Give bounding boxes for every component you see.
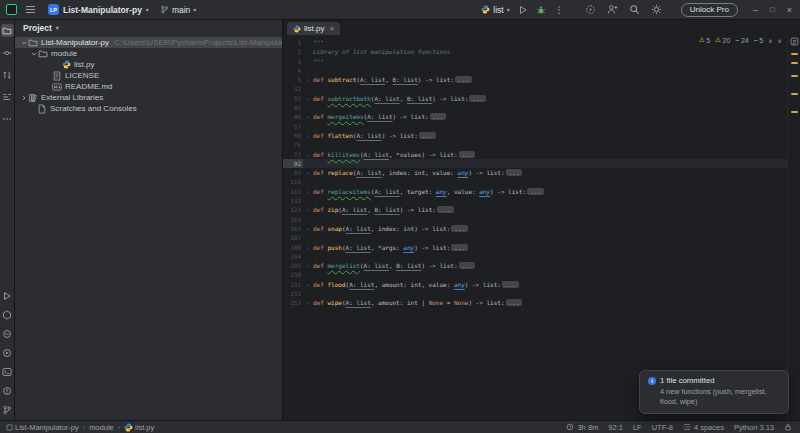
more-actions-button[interactable] — [554, 5, 564, 15]
inspection-typo-count[interactable]: ~5 — [754, 37, 764, 44]
code-line[interactable]: 164 — [283, 215, 787, 224]
chevron-down-icon[interactable] — [19, 39, 28, 47]
folded-region[interactable]: ... — [455, 76, 472, 83]
minimize-button[interactable]: – — [753, 5, 758, 15]
project-selector[interactable]: LP List-Manipulator-py ▾ — [44, 2, 153, 17]
activity-version-control-button[interactable] — [1, 403, 14, 416]
search-everywhere-icon[interactable] — [629, 4, 640, 15]
fold-arrow-icon[interactable]: › — [303, 131, 313, 140]
fold-arrow-icon[interactable]: › — [303, 112, 313, 121]
code-line[interactable]: 57 — [283, 122, 787, 131]
fold-arrow-icon[interactable]: › — [303, 261, 313, 270]
folded-region[interactable]: ... — [437, 206, 454, 213]
run-button[interactable] — [518, 5, 528, 15]
folded-region[interactable]: ... — [506, 299, 523, 306]
folded-region[interactable]: ... — [502, 281, 519, 288]
next-problem-button[interactable]: ∨ — [778, 37, 782, 44]
fold-arrow-icon[interactable]: › — [303, 168, 313, 177]
activity-terminal-button[interactable] — [1, 365, 14, 378]
code-line[interactable]: 45 — [283, 103, 787, 112]
code-line[interactable]: 188›def push(A: list, *args: any) -> lis… — [283, 243, 787, 252]
fold-arrow-icon[interactable]: › — [303, 280, 313, 289]
folded-region[interactable]: ... — [527, 188, 544, 195]
activity-problems-button[interactable] — [1, 384, 14, 397]
tree-item-module[interactable]: module — [15, 48, 282, 59]
activity-python-console-button[interactable] — [1, 327, 14, 340]
folded-region[interactable]: ... — [459, 151, 476, 158]
previous-problem-button[interactable]: ∧ — [768, 37, 772, 44]
activity-run-button[interactable] — [1, 289, 14, 302]
code-line[interactable]: 205›def mergelist(A: list, B: list) -> l… — [283, 261, 787, 270]
warning-tick[interactable] — [791, 62, 798, 64]
fold-arrow-icon[interactable]: › — [303, 150, 313, 159]
unlock-pro-button[interactable]: Unlock Pro — [681, 3, 738, 17]
inspection-typo-count[interactable]: ~24 — [735, 37, 748, 44]
code-line[interactable]: 77›def killitems(A: list, *values) -> li… — [283, 150, 787, 159]
code-line[interactable]: 32 — [283, 84, 787, 93]
close-button[interactable]: × — [787, 5, 792, 15]
inspection-settings-icon[interactable] — [790, 37, 799, 46]
folded-region[interactable]: ... — [451, 225, 468, 232]
tree-item-readme-md[interactable]: README.md — [15, 81, 282, 92]
activity-python-packages-button[interactable] — [1, 308, 14, 321]
chevron-down-icon[interactable] — [29, 50, 38, 58]
code-line[interactable]: 76 — [283, 140, 787, 149]
main-menu-button[interactable] — [24, 4, 37, 15]
breadcrumb-item[interactable]: List-Manipulator-py — [6, 423, 79, 432]
code-line[interactable]: 187 — [283, 233, 787, 242]
fold-arrow-icon[interactable]: › — [303, 298, 313, 307]
status-python-3.13[interactable]: Python 3.13 — [734, 423, 774, 432]
fold-arrow-icon[interactable]: › — [303, 94, 313, 103]
code-editor[interactable]: 1"""2Library of list manipulation functi… — [283, 35, 787, 420]
branch-selector[interactable]: main ▾ — [160, 5, 196, 15]
fold-arrow-icon[interactable]: › — [303, 75, 313, 84]
warning-tick[interactable] — [791, 93, 798, 95]
chevron-right-icon[interactable] — [19, 94, 28, 102]
code-line[interactable]: 110 — [283, 177, 787, 186]
folded-region[interactable]: ... — [451, 244, 468, 251]
inspection-warning-count[interactable]: ⚠20 — [715, 36, 730, 44]
folded-region[interactable]: ... — [419, 132, 436, 139]
code-line[interactable]: 5›def subtract(A: list, B: list) -> list… — [283, 75, 787, 84]
code-line[interactable]: 165›def snap(A: list, index: int) -> lis… — [283, 224, 787, 233]
status-4-spaces[interactable]: 4 spaces — [683, 423, 724, 432]
inspection-warning-count[interactable]: ⚠5 — [699, 36, 710, 44]
code-line[interactable]: 2Library of list manipulation functions — [283, 47, 787, 56]
settings-gear-icon[interactable] — [651, 4, 662, 15]
error-stripe[interactable] — [787, 35, 800, 420]
fold-arrow-icon[interactable]: › — [303, 205, 313, 214]
code-line[interactable]: 4 — [283, 66, 787, 75]
fold-arrow-icon[interactable]: › — [303, 224, 313, 233]
code-with-me-icon[interactable] — [607, 4, 618, 15]
chevron-down-icon[interactable]: ▾ — [56, 24, 59, 31]
code-line-current[interactable]: 92 — [283, 159, 787, 168]
warning-tick[interactable] — [791, 111, 798, 113]
tree-item-scratches-and-consoles[interactable]: Scratches and Consoles — [15, 103, 282, 114]
folded-region[interactable]: ... — [469, 95, 486, 102]
code-line[interactable]: 3""" — [283, 57, 787, 66]
commit-notification[interactable]: i 1 file committed 4 new functions (push… — [639, 370, 789, 414]
debug-button[interactable] — [536, 5, 546, 15]
code-line[interactable]: 230 — [283, 270, 787, 279]
breadcrumb-item[interactable]: module — [89, 423, 114, 432]
warning-tick[interactable] — [791, 53, 798, 55]
folded-region[interactable]: ... — [430, 113, 447, 120]
folded-region[interactable]: ... — [459, 262, 476, 269]
code-line[interactable]: 33›def subtractboth(A: list, B: list) ->… — [283, 94, 787, 103]
fold-arrow-icon[interactable]: › — [303, 187, 313, 196]
status-lf[interactable]: LF — [633, 423, 642, 432]
code-line[interactable]: 132 — [283, 196, 787, 205]
status-lock[interactable] — [784, 423, 792, 431]
tree-item-list-py[interactable]: list.py — [15, 59, 282, 70]
activity-commit-button[interactable] — [1, 46, 14, 59]
code-line[interactable]: 231›def flood(A: list, amount: int, valu… — [283, 280, 787, 289]
status-92-1[interactable]: 92:1 — [608, 423, 623, 432]
code-line[interactable]: 93›def replace(A: list, index: int, valu… — [283, 168, 787, 177]
warning-tick[interactable] — [791, 75, 798, 77]
status-3h-8m[interactable]: 3h 8m — [566, 423, 598, 432]
run-config-selector[interactable]: list ▾ — [481, 5, 509, 15]
code-line[interactable]: 252 — [283, 289, 787, 298]
activity-services-button[interactable] — [1, 346, 14, 359]
code-line[interactable]: 253›def wipe(A: list, amount: int | None… — [283, 298, 787, 307]
ai-assistant-icon[interactable] — [585, 4, 596, 15]
